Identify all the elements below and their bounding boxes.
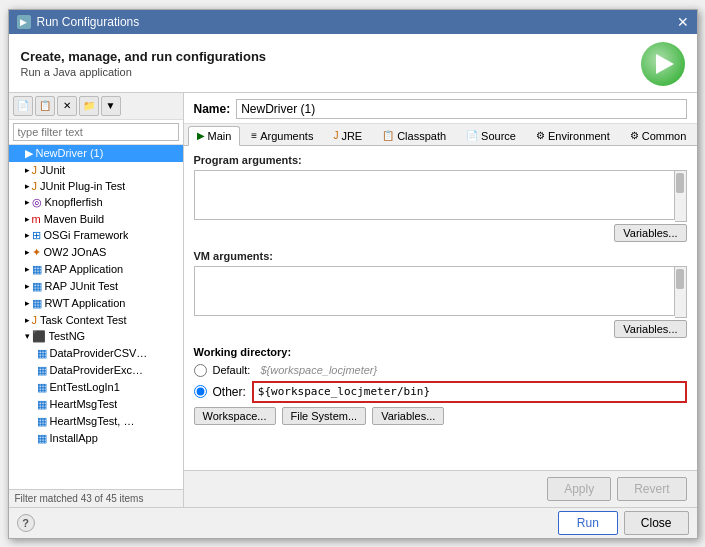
run-config-icon: ▶ <box>17 15 31 29</box>
ent-icon: ▦ <box>37 381 47 394</box>
filter-match-count: Filter matched 43 of 45 items <box>15 493 144 504</box>
name-row: Name: <box>184 93 697 124</box>
tree-item-rwt[interactable]: ▸ ▦ RWT Application <box>9 295 183 312</box>
rwt-icon: ▦ <box>32 297 42 310</box>
title-bar: ▶ Run Configurations ✕ <box>9 10 697 34</box>
name-label: Name: <box>194 102 231 116</box>
working-dir-label: Working directory: <box>194 346 687 358</box>
tree-item-label: HeartMsgTest <box>50 398 118 410</box>
tree-item-task[interactable]: ▸ J Task Context Test <box>9 312 183 328</box>
tree-item-testng[interactable]: ▾ ⬛ TestNG <box>9 328 183 345</box>
close-window-button[interactable]: ✕ <box>677 15 689 29</box>
dialog-title: Run Configurations <box>37 15 140 29</box>
heart-icon: ▦ <box>37 398 47 411</box>
file-system-button[interactable]: File System... <box>282 407 367 425</box>
tree-item-label: TestNG <box>49 330 86 342</box>
run-button[interactable]: Run <box>558 511 618 535</box>
vm-args-variables-button[interactable]: Variables... <box>614 320 686 338</box>
default-radio-row: Default: ${workspace_locjmeter} <box>194 364 687 377</box>
tree-item-rap-junit[interactable]: ▸ ▦ RAP JUnit Test <box>9 278 183 295</box>
tab-arguments[interactable]: ≡ Arguments <box>242 126 322 145</box>
tree-item-dataexc[interactable]: ▦ DataProviderExc… <box>9 362 183 379</box>
tree-item-label: OSGi Framework <box>44 229 129 241</box>
tab-label: Main <box>208 130 232 142</box>
tree-item-rap-app[interactable]: ▸ ▦ RAP Application <box>9 261 183 278</box>
dialog-header: Create, manage, and run configurations R… <box>9 34 697 93</box>
arguments-tab-icon: ≡ <box>251 130 257 141</box>
tree-item-maven[interactable]: ▸ m Maven Build <box>9 211 183 227</box>
tree-item-osgi[interactable]: ▸ ⊞ OSGi Framework <box>9 227 183 244</box>
tab-jre[interactable]: J JRE <box>324 126 371 145</box>
expand-icon: ▸ <box>25 197 30 207</box>
expand-icon: ▸ <box>25 181 30 191</box>
expand-icon: ▸ <box>25 264 30 274</box>
tree-item-heartmsg[interactable]: ▦ HeartMsgTest <box>9 396 183 413</box>
run-large-icon <box>641 42 685 86</box>
expand-icon: ▸ <box>25 214 30 224</box>
tree-item-junit-plugin[interactable]: ▸ J JUnit Plug-in Test <box>9 178 183 194</box>
tab-source[interactable]: 📄 Source <box>457 126 525 145</box>
other-radio[interactable] <box>194 385 207 398</box>
tab-common[interactable]: ⚙ Common <box>621 126 696 145</box>
expand-icon: ▸ <box>25 230 30 240</box>
vm-args-input[interactable] <box>194 266 675 316</box>
tree-item-enttest[interactable]: ▦ EntTestLogIn1 <box>9 379 183 396</box>
tab-label: Classpath <box>397 130 446 142</box>
tab-label: Arguments <box>260 130 313 142</box>
tree-item-label: RAP Application <box>45 263 124 275</box>
tree-item-label: NewDriver (1) <box>36 147 104 159</box>
tree-item-label: OW2 JOnAS <box>44 246 107 258</box>
tree-item-installapp[interactable]: ▦ InstallApp <box>9 430 183 447</box>
sidebar: 📄 📋 ✕ 📁 ▼ ▶ NewDriver (1) ▸ J <box>9 93 184 507</box>
header-subtitle: Run a Java application <box>21 66 267 78</box>
expand-icon: ▸ <box>25 281 30 291</box>
tree-item-heartmsg2[interactable]: ▦ HeartMsgTest, … <box>9 413 183 430</box>
prog-args-variables-button[interactable]: Variables... <box>614 224 686 242</box>
ow2-icon: ✦ <box>32 246 41 259</box>
sidebar-tree: ▶ NewDriver (1) ▸ J JUnit ▸ J JUnit Plug… <box>9 145 183 489</box>
testng-icon: ⬛ <box>32 330 46 343</box>
tab-label: JRE <box>341 130 362 142</box>
knopflerfish-icon: ◎ <box>32 196 42 209</box>
default-value: ${workspace_locjmeter} <box>260 364 377 376</box>
tree-item-datacsv[interactable]: ▦ DataProviderCSV… <box>9 345 183 362</box>
tab-environment[interactable]: ⚙ Environment <box>527 126 619 145</box>
tab-label: Common <box>642 130 687 142</box>
environment-tab-icon: ⚙ <box>536 130 545 141</box>
dialog-body: 📄 📋 ✕ 📁 ▼ ▶ NewDriver (1) ▸ J <box>9 93 697 507</box>
workspace-button[interactable]: Workspace... <box>194 407 276 425</box>
filter-input[interactable] <box>13 123 179 141</box>
tree-item-newdriver[interactable]: ▶ NewDriver (1) <box>9 145 183 162</box>
install-icon: ▦ <box>37 432 47 445</box>
other-radio-row: Other: <box>194 381 687 403</box>
sidebar-filter <box>9 120 183 145</box>
tree-item-knopflerfish[interactable]: ▸ ◎ Knopflerfish <box>9 194 183 211</box>
tab-main[interactable]: ▶ Main <box>188 126 241 146</box>
prog-args-variables-row: Variables... <box>194 224 687 242</box>
delete-config-button[interactable]: ✕ <box>57 96 77 116</box>
tab-classpath[interactable]: 📋 Classpath <box>373 126 455 145</box>
close-button[interactable]: Close <box>624 511 689 535</box>
wd-variables-button[interactable]: Variables... <box>372 407 444 425</box>
default-radio[interactable] <box>194 364 207 377</box>
tree-item-ow2[interactable]: ▸ ✦ OW2 JOnAS <box>9 244 183 261</box>
tree-item-label: InstallApp <box>50 432 98 444</box>
name-input[interactable] <box>236 99 686 119</box>
new-config-button[interactable]: 📄 <box>13 96 33 116</box>
apply-button[interactable]: Apply <box>547 477 611 501</box>
tree-item-label: JUnit <box>40 164 65 176</box>
tree-item-junit[interactable]: ▸ J JUnit <box>9 162 183 178</box>
revert-button[interactable]: Revert <box>617 477 686 501</box>
program-args-input[interactable] <box>194 170 675 220</box>
help-button[interactable]: ? <box>17 514 35 532</box>
other-path-input[interactable] <box>252 381 687 403</box>
sidebar-toolbar: 📄 📋 ✕ 📁 ▼ <box>9 93 183 120</box>
heart2-icon: ▦ <box>37 415 47 428</box>
header-title: Create, manage, and run configurations <box>21 49 267 64</box>
filter-config-button[interactable]: 📁 <box>79 96 99 116</box>
duplicate-config-button[interactable]: 📋 <box>35 96 55 116</box>
expand-icon: ▸ <box>25 247 30 257</box>
common-tab-icon: ⚙ <box>630 130 639 141</box>
collapse-all-button[interactable]: ▼ <box>101 96 121 116</box>
expand-icon: ▸ <box>25 315 30 325</box>
